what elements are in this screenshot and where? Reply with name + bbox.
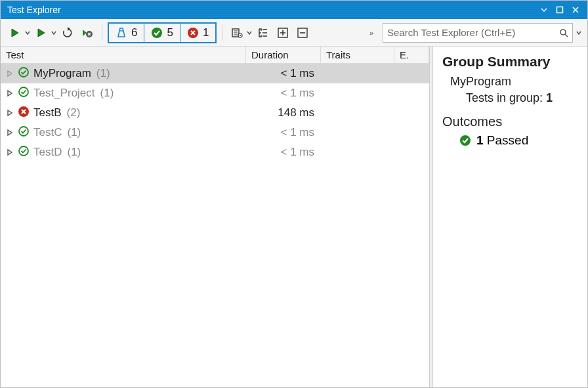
test-duration: < 1 ms bbox=[246, 87, 321, 100]
filter-group: 6 5 1 bbox=[108, 22, 217, 43]
svg-point-9 bbox=[19, 68, 28, 77]
test-name: Test_Project bbox=[33, 87, 95, 100]
svg-point-13 bbox=[19, 146, 28, 156]
summary-group-name: MyProgram bbox=[450, 75, 578, 89]
column-header-traits[interactable]: Traits bbox=[321, 47, 394, 63]
svg-point-2 bbox=[152, 28, 162, 38]
collapse-all-button[interactable] bbox=[293, 24, 312, 42]
test-count: (1) bbox=[100, 87, 114, 100]
search-box[interactable] bbox=[383, 23, 573, 43]
test-list-pane: Test Duration Traits E. MyProgram (1)< 1… bbox=[1, 47, 430, 388]
toolbar-separator bbox=[102, 25, 102, 41]
test-row[interactable]: TestB (2)148 ms bbox=[1, 103, 429, 123]
test-row[interactable]: MyProgram (1)< 1 ms bbox=[1, 64, 429, 83]
run-failed-button[interactable] bbox=[78, 24, 96, 42]
test-row[interactable]: TestD (1)< 1 ms bbox=[1, 142, 429, 162]
check-circle-icon bbox=[459, 135, 471, 146]
summary-pane: Group Summary MyProgram Tests in group: … bbox=[433, 47, 587, 388]
expand-icon[interactable] bbox=[6, 90, 14, 97]
test-count: (1) bbox=[96, 67, 110, 80]
run-button[interactable] bbox=[32, 24, 51, 42]
test-row[interactable]: TestC (1)< 1 ms bbox=[1, 123, 429, 142]
test-duration: 148 ms bbox=[246, 106, 321, 119]
svg-point-14 bbox=[460, 135, 471, 146]
fail-icon bbox=[18, 106, 30, 121]
filter-passed-button[interactable]: 5 bbox=[144, 24, 180, 42]
expand-icon[interactable] bbox=[6, 149, 14, 156]
pass-icon bbox=[18, 66, 30, 81]
summary-outcome-text: Passed bbox=[487, 133, 528, 147]
expand-all-button[interactable] bbox=[274, 24, 292, 42]
toolbar-overflow-button[interactable]: » bbox=[369, 29, 379, 37]
summary-tests-label: Tests in group: bbox=[466, 91, 543, 104]
test-count: (2) bbox=[67, 106, 81, 119]
pass-icon bbox=[18, 125, 30, 140]
toolbar: 6 5 1 » bbox=[1, 19, 587, 47]
filter-all-count: 6 bbox=[131, 26, 137, 39]
summary-outcomes-label: Outcomes bbox=[442, 114, 578, 129]
test-rows: MyProgram (1)< 1 msTest_Project (1)< 1 m… bbox=[1, 64, 429, 388]
search-dropdown[interactable] bbox=[576, 30, 582, 35]
run-dropdown[interactable] bbox=[51, 30, 57, 35]
summary-title: Group Summary bbox=[442, 54, 578, 70]
test-duration: < 1 ms bbox=[246, 126, 321, 139]
search-icon[interactable] bbox=[559, 28, 568, 37]
test-name: TestC bbox=[33, 126, 62, 139]
pass-icon bbox=[18, 145, 30, 160]
svg-point-12 bbox=[19, 127, 28, 136]
test-count: (1) bbox=[67, 146, 81, 159]
playlist-dropdown[interactable] bbox=[246, 30, 253, 35]
run-all-button[interactable] bbox=[6, 24, 24, 42]
expand-icon[interactable] bbox=[6, 129, 14, 136]
repeat-run-button[interactable] bbox=[58, 24, 77, 42]
filter-failed-button[interactable]: 1 bbox=[180, 24, 215, 42]
pass-icon bbox=[18, 86, 30, 101]
body: Test Duration Traits E. MyProgram (1)< 1… bbox=[1, 47, 587, 388]
test-name: TestD bbox=[33, 146, 62, 159]
run-all-dropdown[interactable] bbox=[24, 30, 31, 35]
window-title: Test Explorer bbox=[7, 5, 536, 15]
test-name: TestB bbox=[33, 106, 62, 119]
test-row[interactable]: Test_Project (1)< 1 ms bbox=[1, 83, 429, 103]
maximize-button[interactable] bbox=[552, 3, 568, 16]
column-header-error[interactable]: E. bbox=[394, 47, 429, 63]
group-by-button[interactable] bbox=[254, 24, 272, 42]
filter-passed-count: 5 bbox=[167, 26, 173, 39]
close-button[interactable] bbox=[568, 3, 583, 16]
column-header-duration[interactable]: Duration bbox=[246, 47, 321, 63]
test-name: MyProgram bbox=[33, 67, 91, 80]
test-count: (1) bbox=[67, 126, 81, 139]
playlist-button[interactable] bbox=[228, 24, 246, 42]
column-header-test[interactable]: Test bbox=[1, 47, 246, 63]
expand-icon[interactable] bbox=[6, 110, 14, 116]
summary-outcome-row: 1 Passed bbox=[459, 133, 578, 148]
svg-rect-0 bbox=[557, 7, 563, 13]
column-headers: Test Duration Traits E. bbox=[1, 47, 429, 64]
filter-all-button[interactable]: 6 bbox=[109, 24, 144, 42]
filter-failed-count: 1 bbox=[203, 26, 209, 39]
test-duration: < 1 ms bbox=[246, 67, 321, 80]
window-dropdown-button[interactable] bbox=[536, 3, 552, 16]
toolbar-separator bbox=[222, 25, 222, 41]
search-input[interactable] bbox=[387, 27, 559, 38]
summary-tests-count: 1 bbox=[546, 91, 553, 104]
svg-point-10 bbox=[19, 87, 28, 97]
title-bar: Test Explorer bbox=[1, 1, 587, 19]
test-duration: < 1 ms bbox=[246, 146, 321, 159]
svg-point-8 bbox=[560, 30, 566, 35]
expand-icon[interactable] bbox=[6, 70, 14, 77]
summary-tests-line: Tests in group: 1 bbox=[466, 91, 578, 105]
summary-outcome-count: 1 bbox=[476, 133, 484, 147]
